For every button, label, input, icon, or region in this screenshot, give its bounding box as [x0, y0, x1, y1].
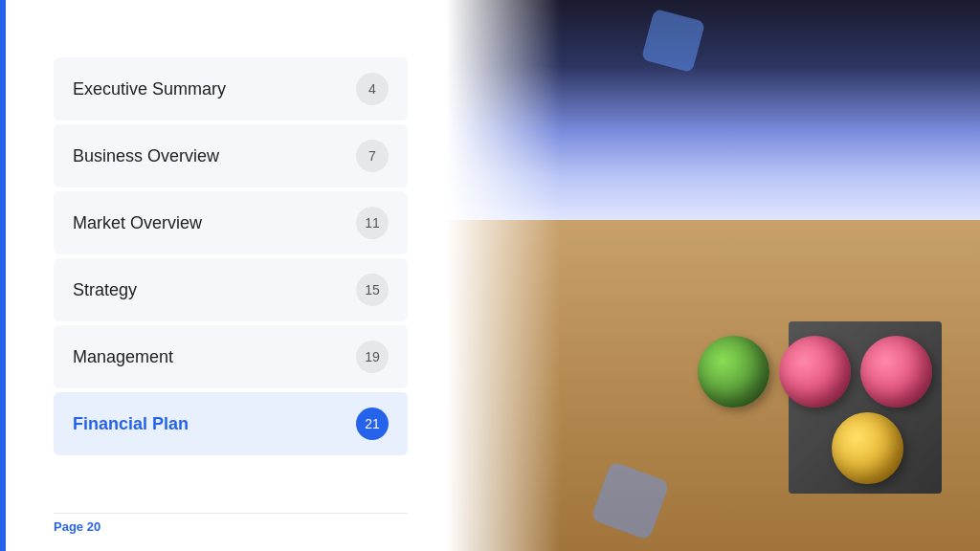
bowling-ball-pink-1 [779, 336, 851, 408]
toc-item-business-overview[interactable]: Business Overview 7 [54, 124, 408, 187]
rack-frame [789, 321, 942, 494]
toc-label-management: Management [73, 347, 173, 367]
toc-item-management[interactable]: Management 19 [54, 325, 408, 388]
bowling-ball-green [698, 336, 769, 408]
footer-page-number: 20 [87, 519, 100, 534]
toc-label-business-overview: Business Overview [73, 146, 219, 166]
toc-label-strategy: Strategy [73, 280, 137, 300]
table-of-contents: Executive Summary 4 Business Overview 7 … [54, 57, 408, 522]
toc-badge-financial-plan: 21 [356, 408, 389, 440]
decorative-shape-top [641, 9, 705, 73]
bowling-ball-pink-2 [860, 336, 932, 408]
toc-badge-executive-summary: 4 [356, 73, 389, 105]
fade-overlay [446, 0, 561, 551]
toc-item-financial-plan[interactable]: Financial Plan 21 [54, 392, 408, 455]
toc-item-market-overview[interactable]: Market Overview 11 [54, 191, 408, 254]
toc-label-financial-plan: Financial Plan [73, 414, 189, 434]
right-photo-panel [446, 0, 980, 551]
page-footer: Page 20 [54, 513, 408, 534]
toc-label-market-overview: Market Overview [73, 213, 202, 233]
page-container: Executive Summary 4 Business Overview 7 … [0, 0, 980, 551]
toc-item-strategy[interactable]: Strategy 15 [54, 258, 408, 321]
bowling-ball-yellow [832, 412, 903, 484]
toc-item-executive-summary[interactable]: Executive Summary 4 [54, 57, 408, 121]
footer-label: Page [54, 519, 87, 534]
toc-label-executive-summary: Executive Summary [73, 79, 226, 99]
toc-badge-strategy: 15 [356, 274, 389, 306]
bowling-ball-rack [769, 302, 961, 494]
toc-badge-business-overview: 7 [356, 140, 389, 172]
left-panel: Executive Summary 4 Business Overview 7 … [6, 0, 446, 551]
toc-badge-management: 19 [356, 341, 389, 373]
decorative-shape-bottom [590, 461, 670, 540]
toc-badge-market-overview: 11 [356, 207, 389, 239]
